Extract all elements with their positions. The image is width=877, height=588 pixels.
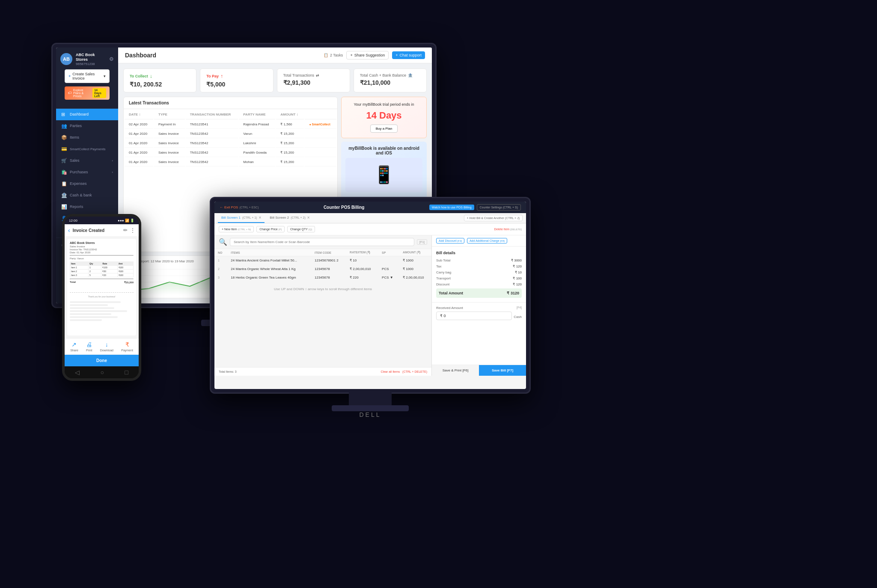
back-button[interactable]: ‹	[68, 227, 70, 234]
pos-header-right: Watch how to use POS Billing Counter Set…	[429, 204, 521, 211]
transactions-table: DATE ↕ TYPE TRANSACTION NUMBER PARTY NAM…	[124, 109, 337, 167]
phone-nav-recent[interactable]: □	[125, 369, 128, 376]
chevron-right-icon: ›	[112, 159, 113, 163]
watch-how-button[interactable]: Watch how to use POS Billing	[429, 205, 474, 210]
arrow-left-icon: ←	[220, 205, 223, 209]
payment-type-label: Cash	[514, 315, 522, 319]
bank-icon: 🏦	[408, 73, 413, 77]
sidebar-item-expenses[interactable]: 📋 Expenses	[56, 178, 118, 190]
more-options-icon[interactable]: ⋮	[130, 227, 135, 233]
bill-details: Bill details Sub Total ₹ 3000 Tax ₹ 120 …	[432, 246, 526, 302]
pos-tab-1[interactable]: Bill Screen 1 (CTRL + 1) ×	[218, 213, 265, 223]
phone-nav-home[interactable]: ○	[101, 369, 104, 376]
bill-row-transport: Transport ₹ 100	[436, 276, 522, 280]
col-extra	[305, 110, 336, 119]
expenses-icon: 📋	[61, 181, 67, 187]
search-input[interactable]	[230, 238, 414, 246]
change-price-button[interactable]: Change Price [P]	[256, 226, 285, 232]
trial-title: Your myBillBook trial period ends in	[347, 102, 421, 107]
pos-table-row[interactable]: 2 24 Mantra Organic Whole Wheat Atta 1 K…	[214, 265, 431, 273]
parties-icon: 👥	[61, 123, 67, 129]
share-icon: ↗	[71, 341, 77, 348]
phone-header: ‹ Invoice Created ✏ ⋮	[65, 224, 139, 236]
monitor2-base	[332, 405, 409, 411]
pos-table-row[interactable]: 3 18 Herbs Organic Green Tea Leaves 40gm…	[214, 273, 431, 282]
sidebar-item-sales[interactable]: 🛒 Sales ›	[56, 155, 118, 166]
sidebar-item-reports[interactable]: 📊 Reports	[56, 201, 118, 213]
pos-table-row[interactable]: 1 24 Mantra Ancient Grains Foxtail Mille…	[214, 256, 431, 265]
sidebar-item-items[interactable]: 📦 Items	[56, 132, 118, 143]
chevron-right-icon: ›	[112, 170, 113, 174]
to-pay-label: To Pay	[206, 74, 219, 78]
counter-settings-button[interactable]: Counter Settings (CTRL + S)	[477, 204, 521, 211]
col-no: NO	[214, 249, 227, 256]
close-tab-icon[interactable]: ×	[259, 215, 261, 220]
pos-table-container: NO ITEMS ITEM CODE RATE/ITEM (₹) SP AMOU…	[214, 249, 431, 367]
done-button[interactable]: Done	[65, 355, 139, 366]
payment-button[interactable]: ₹ Payment	[121, 341, 133, 352]
pos-monitor: ← Exit POS (CTRL + ESC) Counter POS Bill…	[210, 197, 531, 394]
reports-icon: 📊	[61, 204, 67, 210]
create-sales-button[interactable]: + Create Sales Invoice ▾	[65, 69, 110, 83]
buy-plan-button[interactable]: Buy a Plan	[370, 125, 398, 133]
pos-body: 🔍 [F1] NO ITEMS ITEM CODE RATE/ITEM (₹) …	[214, 235, 526, 376]
dashboard-icon: ⊞	[61, 112, 67, 117]
pos-screen: ← Exit POS (CTRL + ESC) Counter POS Bill…	[214, 202, 526, 389]
pos-title: Counter POS Billing	[324, 205, 365, 210]
bill-row-tax: Tax ₹ 120	[436, 264, 522, 268]
sales-icon: 🛒	[61, 158, 67, 163]
phone-nav-back[interactable]: ◁	[75, 369, 80, 376]
chat-support-button[interactable]: + Chat support	[392, 51, 425, 59]
search-icon: 🔍	[219, 238, 227, 246]
save-print-button[interactable]: Save & Print [F6]	[432, 365, 479, 376]
sidebar-item-dashboard[interactable]: ⊞ Dashboard	[56, 109, 118, 120]
metric-to-collect: To Collect ↓ ₹10, 200.52	[123, 68, 196, 92]
sidebar-item-smartcollect[interactable]: 💳 SmartCollect Payments	[56, 143, 118, 155]
explore-plans-button[interactable]: 🏷 Explore Plans & Prices 14 Days Left	[65, 86, 110, 100]
cash-bank-icon: 🏦	[61, 193, 67, 198]
col-items: ITEMS	[227, 249, 311, 256]
to-collect-label: To Collect	[130, 74, 148, 78]
edit-icon[interactable]: ✏	[123, 227, 128, 233]
table-row: 01 Apr 2020 Sales Invoice TNS123542 Laks…	[125, 139, 336, 148]
sidebar-item-parties[interactable]: 👥 Parties	[56, 120, 118, 132]
gear-icon[interactable]: ⚙	[109, 56, 114, 62]
pos-header: ← Exit POS (CTRL + ESC) Counter POS Bill…	[214, 202, 526, 213]
hold-bill-button[interactable]: + Hold Bill & Create Another (CTRL + J)	[464, 215, 523, 221]
pos-left-panel: 🔍 [F1] NO ITEMS ITEM CODE RATE/ITEM (₹) …	[214, 235, 432, 376]
pos-tabs: Bill Screen 1 (CTRL + 1) × Bill Screen 2…	[214, 213, 526, 223]
col-txn-num: TRANSACTION NUMBER	[186, 110, 238, 119]
trial-badge: 14 Days Left	[92, 88, 106, 98]
phone-screen-title: Invoice Created	[73, 228, 121, 233]
pos-toolbar: + New Item (CTRL + N) Change Price [P] C…	[214, 223, 526, 235]
add-discount-button[interactable]: Add Discount [F3]	[436, 238, 464, 244]
col-party: PARTY NAME	[239, 110, 275, 119]
pos-tab-2[interactable]: Bill Screen 2 (CTRL + 2) ×	[266, 213, 313, 223]
share-suggestion-button[interactable]: + Share Suggestion	[346, 51, 389, 59]
received-amount-input[interactable]	[436, 312, 512, 320]
cash-value: ₹21,10,000	[360, 79, 420, 86]
pos-actions: Save & Print [F6] Save Bill [F7]	[432, 365, 526, 376]
pos-search-bar: 🔍 [F1]	[214, 235, 431, 249]
phone: 12:00 ●●● 📶 🔋 ‹ Invoice Created ✏ ⋮ ABC …	[62, 214, 141, 381]
change-qty-button[interactable]: Change QTY [Q]	[287, 226, 315, 232]
top-bar: Dashboard 📋 2 Tasks + Share Suggestion +…	[118, 48, 432, 63]
exit-pos-button[interactable]: ← Exit POS (CTRL + ESC)	[220, 205, 259, 209]
download-button[interactable]: ↓ Download	[100, 341, 113, 352]
phone-content: ABC Book Stores Sales Invoice Invoice No…	[65, 236, 139, 338]
items-icon: 📦	[61, 135, 67, 140]
print-button[interactable]: 🖨 Print	[86, 341, 92, 352]
close-tab-2-icon[interactable]: ×	[307, 215, 310, 220]
new-item-button[interactable]: + New Item (CTRL + N)	[219, 226, 254, 232]
sidebar-item-cash-bank[interactable]: 🏦 Cash & bank	[56, 190, 118, 201]
print-icon: 🖨	[86, 341, 92, 348]
download-icon: ↓	[105, 341, 108, 348]
sidebar-item-purchases[interactable]: 🛍️ Purchases ›	[56, 166, 118, 178]
save-bill-button[interactable]: Save Bill [F7]	[479, 365, 526, 376]
tasks-button[interactable]: 📋 2 Tasks	[324, 53, 343, 57]
share-button[interactable]: ↗ Share	[70, 341, 78, 352]
add-charge-button[interactable]: Add Additional Charge [F8]	[467, 238, 507, 244]
clear-all-button[interactable]: Clear all Items (CTRL + DELETE)	[381, 370, 427, 373]
delete-item-button[interactable]: Delete Item [DELETE]	[494, 228, 522, 231]
purchases-icon: 🛍️	[61, 169, 67, 175]
